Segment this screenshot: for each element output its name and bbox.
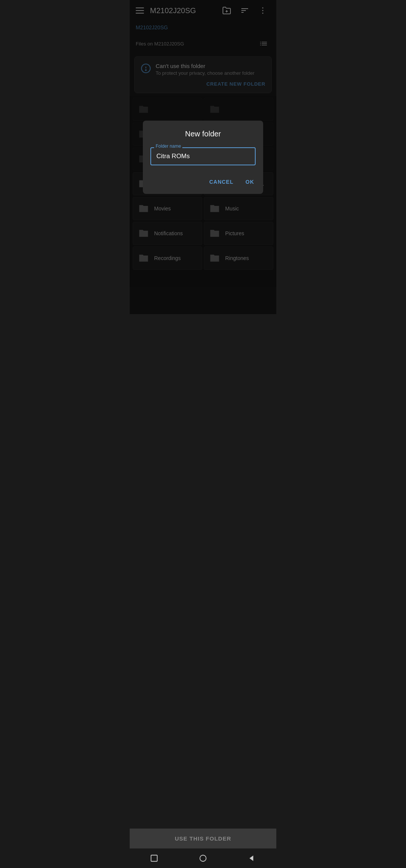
folder-name-input[interactable]: [150, 147, 256, 165]
new-folder-dialog: New folder Folder name CANCEL OK: [143, 121, 263, 194]
dialog-title: New folder: [150, 130, 256, 138]
dialog-overlay: New folder Folder name CANCEL OK: [130, 0, 276, 314]
ok-button[interactable]: OK: [244, 176, 256, 188]
folder-name-field-wrap: Folder name: [150, 147, 256, 165]
dialog-actions: CANCEL OK: [150, 174, 256, 188]
cancel-button[interactable]: CANCEL: [208, 176, 235, 188]
folder-name-label: Folder name: [154, 144, 182, 149]
